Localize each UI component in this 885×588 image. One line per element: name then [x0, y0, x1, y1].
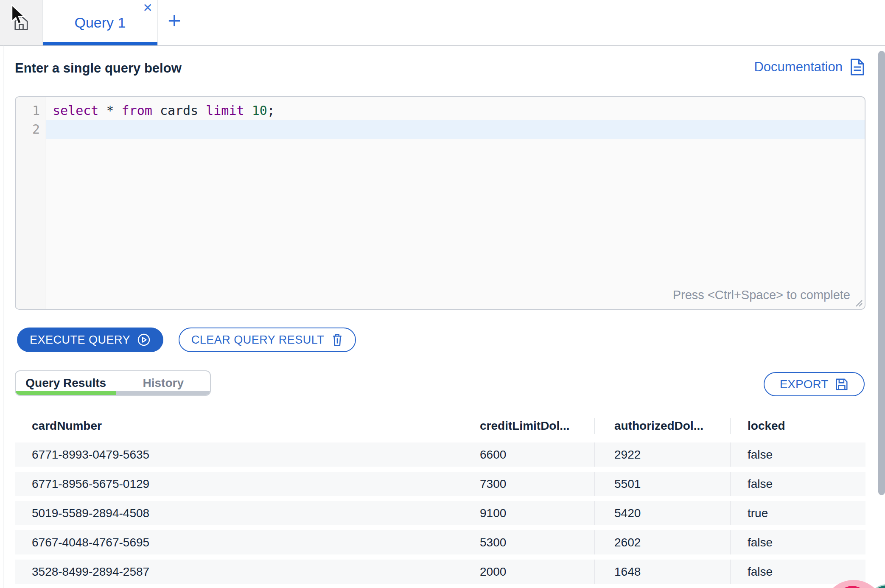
code-token: cards — [160, 103, 198, 118]
code-token — [98, 103, 106, 118]
table-cell: 2602 — [614, 530, 641, 554]
tab-query-results[interactable]: Query Results — [16, 371, 116, 395]
mouse-cursor — [9, 4, 28, 26]
trash-icon — [331, 333, 344, 347]
table-cell: 2000 — [480, 560, 506, 584]
table-header: cardNumber creditLimitDol... authorizedD… — [15, 415, 865, 437]
query-header-row: Enter a single query below Documentation — [15, 61, 865, 82]
code-line[interactable] — [46, 120, 865, 139]
active-tab-underline — [43, 42, 157, 45]
table-cell: false — [748, 560, 773, 584]
code-token: select — [53, 103, 98, 118]
column-divider — [730, 560, 731, 584]
column-divider — [594, 442, 595, 467]
column-divider — [594, 560, 595, 584]
app-window: Query 1 ✕ + Enter a single query below D… — [0, 0, 885, 588]
table-row[interactable]: 6771-8993-0479-563566002922false — [15, 442, 865, 467]
column-header-locked[interactable]: locked — [748, 415, 785, 437]
column-divider — [461, 418, 461, 434]
history-underline — [116, 391, 210, 395]
column-divider — [861, 560, 861, 584]
code-token — [152, 103, 160, 118]
new-tab-button[interactable]: + — [162, 3, 186, 37]
column-divider — [461, 472, 461, 496]
tab-history[interactable]: History — [116, 371, 210, 395]
table-body: 6771-8993-0479-563566002922false6771-895… — [15, 442, 865, 588]
save-icon — [835, 378, 849, 391]
documentation-label: Documentation — [754, 59, 843, 75]
column-divider — [730, 418, 731, 434]
table-row[interactable]: 6767-4048-4767-569553002602false — [15, 530, 865, 554]
editor-code[interactable]: select * from cards limit 10; — [46, 97, 865, 310]
code-token: * — [106, 103, 114, 118]
column-divider — [861, 501, 861, 525]
column-divider — [861, 530, 861, 554]
tab-query-results-label: Query Results — [25, 376, 106, 390]
column-divider — [461, 560, 461, 584]
code-token — [198, 103, 206, 118]
table-cell: 5501 — [614, 472, 641, 496]
action-button-row: EXECUTE QUERY CLEAR QUERY RESULT — [17, 328, 356, 352]
table-cell: 7300 — [480, 472, 506, 496]
table-cell: true — [748, 501, 768, 525]
export-button[interactable]: EXPORT — [764, 372, 865, 396]
column-header-authorized[interactable]: authorizedDol... — [614, 415, 703, 437]
clear-query-result-label: CLEAR QUERY RESULT — [191, 333, 325, 347]
table-cell: 5420 — [614, 501, 641, 525]
line-number: 2 — [16, 120, 45, 139]
export-label: EXPORT — [780, 378, 829, 391]
column-divider — [730, 530, 731, 554]
tab-history-label: History — [143, 376, 183, 390]
column-divider — [461, 442, 461, 467]
table-cell: 5019-5589-2894-4508 — [32, 501, 149, 525]
tab-bar: Query 1 ✕ + — [0, 0, 885, 46]
document-icon — [849, 58, 865, 76]
column-divider — [730, 442, 731, 467]
execute-query-button[interactable]: EXECUTE QUERY — [17, 328, 163, 352]
table-cell: 6767-4048-4767-5695 — [32, 530, 149, 554]
active-results-underline — [16, 391, 116, 395]
sql-editor[interactable]: 12 select * from cards limit 10; Press <… — [15, 96, 865, 310]
autocomplete-hint: Press <Ctrl+Space> to complete — [673, 288, 850, 302]
clear-query-result-button[interactable]: CLEAR QUERY RESULT — [179, 328, 356, 352]
table-row[interactable]: 3528-8499-2894-258720001648false — [15, 560, 865, 584]
column-divider — [594, 472, 595, 496]
column-divider — [594, 530, 595, 554]
table-cell: 2922 — [614, 442, 641, 467]
column-divider — [861, 418, 861, 434]
table-row[interactable]: 5019-5589-2894-450891005420true — [15, 501, 865, 525]
code-token: limit — [206, 103, 244, 118]
code-line[interactable]: select * from cards limit 10; — [46, 101, 865, 120]
table-cell: false — [748, 442, 773, 467]
code-token: ; — [267, 103, 275, 118]
table-cell: 9100 — [480, 501, 506, 525]
column-divider — [594, 418, 595, 434]
execute-query-label: EXECUTE QUERY — [30, 333, 130, 347]
column-divider — [730, 472, 731, 496]
column-divider — [594, 501, 595, 525]
table-cell: 3528-8499-2894-2587 — [32, 560, 149, 584]
table-cell: 6771-8993-0479-5635 — [32, 442, 149, 467]
column-divider — [730, 501, 731, 525]
table-cell: 6600 — [480, 442, 506, 467]
tab-query-1[interactable]: Query 1 ✕ — [42, 0, 158, 45]
table-cell: 1648 — [614, 560, 641, 584]
line-number: 1 — [16, 101, 45, 120]
table-cell: false — [748, 530, 773, 554]
documentation-link[interactable]: Documentation — [754, 58, 865, 76]
code-token: 10 — [252, 103, 267, 118]
code-token — [244, 103, 252, 118]
column-divider — [461, 530, 461, 554]
code-token — [114, 103, 122, 118]
close-tab-icon[interactable]: ✕ — [140, 1, 155, 15]
vertical-scrollbar[interactable] — [878, 51, 885, 495]
code-token: from — [122, 103, 152, 118]
page-title: Enter a single query below — [15, 61, 182, 76]
panel-left-border — [3, 45, 3, 588]
results-tab-group: Query Results History — [15, 370, 211, 396]
column-divider — [861, 442, 861, 467]
resize-handle-icon[interactable] — [854, 298, 863, 307]
column-header-creditlimit[interactable]: creditLimitDol... — [480, 415, 570, 437]
column-header-cardnumber[interactable]: cardNumber — [32, 415, 102, 437]
table-row[interactable]: 6771-8956-5675-012973005501false — [15, 472, 865, 496]
